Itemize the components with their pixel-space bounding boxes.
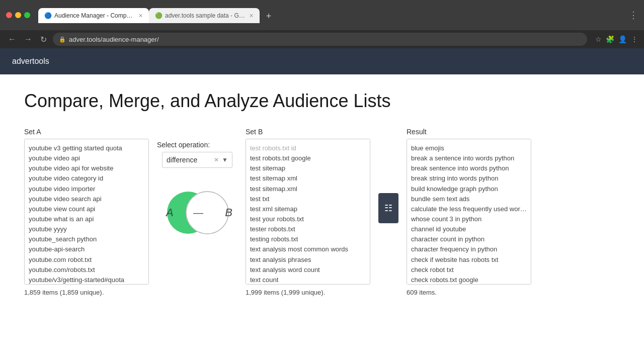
- set-a-item-12: youtube.com robot.txt: [29, 255, 144, 265]
- set-a-item-8: youtube what is an api: [29, 214, 144, 224]
- set-b-item-6: test xml sitemap: [250, 204, 366, 214]
- set-b-item-10: text analysis most common words: [250, 244, 366, 254]
- result-item-9: channel id youtube: [411, 224, 527, 234]
- tab-close-2[interactable]: ✕: [249, 13, 254, 19]
- operation-label: Select operation:: [157, 141, 210, 149]
- set-b-item-11: text analysis phrases: [250, 255, 366, 265]
- browser-titlebar: 🔵 Audience Manager - Compare... ✕ 🟢 adve…: [0, 0, 644, 30]
- bookmark-star-icon[interactable]: ☆: [595, 35, 602, 43]
- set-b-column: Set B test robots.txt id test robots.txt…: [246, 128, 370, 296]
- result-item-2: break a sentence into words python: [411, 153, 527, 163]
- operation-chevron-icon: ▼: [222, 156, 228, 163]
- set-a-item-11: youtube-api-search: [29, 244, 144, 254]
- set-b-item-4: test sitemap.xml: [250, 184, 366, 194]
- set-b-item-1: test robots.txt google: [250, 153, 366, 163]
- set-b-textarea[interactable]: test robots.txt id test robots.txt googl…: [246, 139, 370, 285]
- extensions-icon[interactable]: 🧩: [606, 35, 614, 43]
- browser-menu-button[interactable]: ⋮: [629, 10, 638, 21]
- columns-wrapper: Set A youtube v3 getting started quota y…: [24, 128, 620, 296]
- drag-handle[interactable]: ☷: [378, 193, 398, 223]
- set-a-item-13: youtube.com/robots.txt: [29, 265, 144, 275]
- back-button[interactable]: ←: [6, 35, 18, 44]
- tab-favicon-1: 🔵: [44, 12, 51, 19]
- tab-audience-manager[interactable]: 🔵 Audience Manager - Compare... ✕: [38, 8, 149, 23]
- set-a-item-3: youtube video api for website: [29, 163, 144, 173]
- tab-label-1: Audience Manager - Compare...: [54, 12, 135, 19]
- set-a-item-1: youtube v3 getting started quota: [29, 143, 144, 153]
- result-item-14: check robots.txt google: [411, 275, 527, 285]
- set-b-item-13: text count: [250, 275, 366, 285]
- venn-label-a: A: [166, 206, 174, 219]
- forward-button[interactable]: →: [22, 35, 34, 44]
- address-text: adver.tools/audience-manager/: [69, 36, 159, 43]
- set-b-item-8: tester robots.txt: [250, 224, 366, 234]
- set-b-item-7: test your robots.txt: [250, 214, 366, 224]
- operation-select[interactable]: difference ✕ ▼: [162, 152, 232, 168]
- tab-close-1[interactable]: ✕: [138, 13, 143, 19]
- result-item-13: check robot txt: [411, 265, 527, 275]
- lock-icon: 🔒: [59, 36, 66, 43]
- drag-handle-icon: ☷: [384, 203, 392, 214]
- new-tab-button[interactable]: +: [262, 9, 276, 23]
- result-textarea[interactable]: blue emojis break a sentence into words …: [407, 139, 531, 285]
- toolbar-icons: ☆ 🧩 👤 ⋮: [595, 35, 638, 43]
- venn-label-b: B: [225, 206, 232, 219]
- operation-column: Select operation: difference ✕ ▼: [157, 128, 237, 245]
- result-column: Result blue emojis break a sentence into…: [407, 128, 531, 296]
- app-header: advertools: [0, 48, 644, 74]
- page-title: Compare, Merge, and Analyze Audience Lis…: [24, 90, 620, 112]
- result-item-5: build knowledge graph python: [411, 184, 527, 194]
- address-bar[interactable]: 🔒 adver.tools/audience-manager/: [53, 33, 587, 46]
- result-item-11: character frequency in python: [411, 244, 527, 254]
- operation-clear-icon[interactable]: ✕: [214, 156, 219, 163]
- result-count: 609 items.: [407, 289, 531, 296]
- result-item-7: calculate the less frequently used words: [411, 204, 527, 214]
- traffic-lights: [6, 12, 30, 18]
- set-a-item-2: youtube video api: [29, 153, 144, 163]
- tab-label-2: adver.tools sample data - Go...: [165, 12, 246, 19]
- result-label: Result: [407, 128, 531, 136]
- result-item-12: check if website has robots txt: [411, 255, 527, 265]
- set-a-item-4: youtube video category id: [29, 173, 144, 184]
- set-a-item-9: youtube yyyy: [29, 224, 144, 234]
- main-content: Compare, Merge, and Analyze Audience Lis…: [0, 74, 644, 346]
- reload-button[interactable]: ↻: [38, 35, 49, 44]
- set-a-item-10: youtube_search python: [29, 234, 144, 244]
- tab-sample-data[interactable]: 🟢 adver.tools sample data - Go... ✕: [149, 8, 260, 23]
- tab-favicon-2: 🟢: [155, 12, 162, 19]
- app-logo[interactable]: advertools: [12, 57, 49, 66]
- profile-icon[interactable]: 👤: [618, 35, 627, 43]
- result-item-1: blue emojis: [411, 143, 527, 153]
- set-b-item-2: test sitemap: [250, 163, 366, 173]
- set-a-item-5: youtube video importer: [29, 184, 144, 194]
- result-item-8: whose count 3 in python: [411, 214, 527, 224]
- set-a-item-14: youtube/v3/getting-started#quota: [29, 275, 144, 285]
- tab-bar: 🔵 Audience Manager - Compare... ✕ 🟢 adve…: [38, 7, 276, 23]
- result-item-3: break sentence into words python: [411, 163, 527, 173]
- set-a-item-6: youtube video search api: [29, 194, 144, 204]
- set-b-count: 1,999 items (1,999 unique).: [246, 289, 370, 296]
- venn-diagram: A — B: [157, 180, 237, 245]
- operation-value: difference: [167, 156, 197, 164]
- set-b-item-0: test robots.txt id: [250, 143, 366, 153]
- set-a-column: Set A youtube v3 getting started quota y…: [24, 128, 149, 296]
- result-item-4: break string into words python: [411, 173, 527, 184]
- set-a-count: 1,859 items (1,859 unique).: [24, 289, 149, 296]
- result-item-10: character count in python: [411, 234, 527, 244]
- set-a-item-7: youtube view count api: [29, 204, 144, 214]
- venn-minus-label: —: [193, 207, 203, 219]
- set-b-item-3: test sitemap xml: [250, 173, 366, 184]
- set-b-item-12: text analysis word count: [250, 265, 366, 275]
- set-b-item-9: testing robots.txt: [250, 234, 366, 244]
- set-b-item-5: test txt: [250, 194, 366, 204]
- close-window-button[interactable]: [6, 12, 12, 18]
- set-a-textarea[interactable]: youtube v3 getting started quota youtube…: [24, 139, 149, 285]
- browser-settings-icon[interactable]: ⋮: [631, 35, 638, 43]
- set-b-label: Set B: [246, 128, 370, 136]
- result-item-6: bundle sem text ads: [411, 194, 527, 204]
- maximize-window-button[interactable]: [24, 12, 30, 18]
- set-a-label: Set A: [24, 128, 149, 136]
- minimize-window-button[interactable]: [15, 12, 21, 18]
- address-bar-row: ← → ↻ 🔒 adver.tools/audience-manager/ ☆ …: [0, 30, 644, 48]
